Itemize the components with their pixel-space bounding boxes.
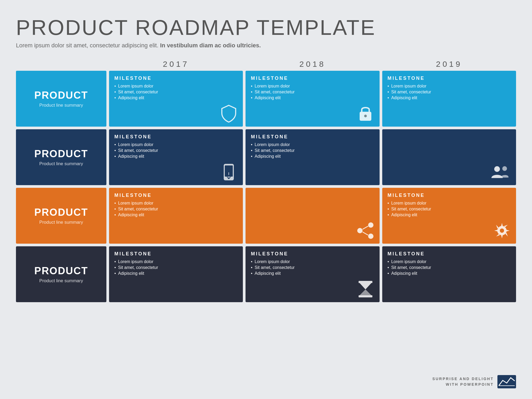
milestone-items-2-2: Lorem ipsum dolorSit amet, consecteturAd… [388, 201, 511, 218]
milestone-item: Lorem ipsum dolor [251, 259, 374, 264]
milestone-items-0-0: Lorem ipsum dolorSit amet, consecteturAd… [114, 84, 238, 101]
milestone-items-0-2: Lorem ipsum dolorSit amet, consecteturAd… [388, 84, 511, 101]
milestone-cell-1-1: MILESTONE Lorem ipsum dolorSit amet, con… [246, 129, 379, 185]
svg-point-8 [502, 166, 507, 171]
subtitle: Lorem ipsum dolor sit amet, consectetur … [16, 42, 516, 49]
milestone-item: Adipiscing elit [388, 271, 511, 276]
milestone-items-3-1: Lorem ipsum dolorSit amet, consecteturAd… [251, 259, 374, 277]
milestone-item: Lorem ipsum dolor [114, 259, 238, 264]
lock-icon [356, 104, 375, 123]
branding: SURPRISE AND DELIGHT WITH POWERPOINT [16, 370, 516, 388]
milestone-items-2-0: Lorem ipsum dolorSit amet, consecteturAd… [114, 201, 238, 218]
gear-icon [493, 221, 511, 240]
milestone-item: Sit amet, consectetur [114, 207, 238, 211]
milestone-items-3-0: Lorem ipsum dolorSit amet, consecteturAd… [114, 259, 238, 277]
milestone-item: Lorem ipsum dolor [114, 84, 238, 89]
milestone-item: Lorem ipsum dolor [251, 84, 374, 89]
product-cell-0: PRODUCT Product line summary [16, 71, 106, 127]
milestone-item: Adipiscing elit [251, 95, 374, 100]
milestone-cell-0-0: MILESTONE Lorem ipsum dolorSit amet, con… [109, 71, 243, 127]
branding-line2: WITH POWERPOINT [432, 382, 494, 387]
product-cell-1: PRODUCT Product line summary [16, 129, 106, 185]
milestone-title-1-1: MILESTONE [251, 134, 374, 140]
svg-rect-17 [359, 281, 372, 283]
people-icon [490, 163, 511, 181]
milestone-title-2-2: MILESTONE [388, 193, 511, 198]
milestone-item: Adipiscing elit [114, 213, 238, 217]
shield-icon [219, 104, 238, 123]
milestone-title-3-1: MILESTONE [251, 251, 374, 257]
product-summary-1: Product line summary [39, 161, 83, 167]
milestone-item: Adipiscing elit [114, 95, 238, 100]
milestone-cell-2-2: MILESTONE Lorem ipsum dolorSit amet, con… [382, 188, 516, 244]
roadmap-row-1: PRODUCT Product line summary MILESTONE L… [16, 129, 516, 185]
milestone-cell-0-1: MILESTONE Lorem ipsum dolorSit amet, con… [246, 71, 379, 127]
year-2019: 2019 [382, 60, 516, 69]
year-2017: 2017 [109, 60, 243, 69]
milestone-title-0-2: MILESTONE [388, 76, 511, 81]
svg-line-12 [363, 226, 368, 229]
milestone-item: Adipiscing elit [114, 154, 238, 159]
product-name-0: PRODUCT [34, 90, 88, 101]
milestone-item: Lorem ipsum dolor [251, 142, 374, 147]
milestone-item: Sit amet, consectetur [388, 90, 511, 94]
product-cell-3: PRODUCT Product line summary [16, 246, 106, 302]
milestone-item: Lorem ipsum dolor [388, 84, 511, 89]
milestone-cell-3-2: MILESTONE Lorem ipsum dolorSit amet, con… [382, 246, 516, 302]
milestone-cell-0-2: MILESTONE Lorem ipsum dolorSit amet, con… [382, 71, 516, 127]
svg-point-11 [368, 234, 373, 239]
milestone-item: Adipiscing elit [251, 271, 374, 276]
milestone-item: Adipiscing elit [251, 154, 374, 159]
page-title: PRODUCT ROADMAP TEMPLATE [16, 16, 516, 39]
subtitle-normal: Lorem ipsum dolor sit amet, consectetur … [16, 42, 160, 49]
milestone-item: Sit amet, consectetur [251, 90, 374, 94]
milestone-item: Sit amet, consectetur [114, 90, 238, 94]
milestone-items-3-2: Lorem ipsum dolorSit amet, consecteturAd… [388, 259, 511, 277]
svg-rect-19 [497, 375, 516, 388]
milestone-cell-2-1 [246, 188, 379, 244]
milestone-cell-1-2 [382, 129, 516, 185]
milestone-items-0-1: Lorem ipsum dolorSit amet, consecteturAd… [251, 84, 374, 101]
milestone-item: Sit amet, consectetur [388, 265, 511, 270]
milestone-title-2-0: MILESTONE [114, 193, 238, 198]
product-summary-0: Product line summary [39, 103, 83, 108]
milestone-title-3-2: MILESTONE [388, 251, 511, 257]
milestone-item: Lorem ipsum dolor [114, 201, 238, 206]
branding-logo [497, 375, 516, 388]
roadmap-grid: PRODUCT Product line summary MILESTONE L… [16, 71, 516, 302]
milestone-cell-3-0: MILESTONE Lorem ipsum dolorSit amet, con… [109, 246, 243, 302]
subtitle-bold: In vestibulum diam ac odio ultricies. [160, 42, 261, 49]
milestone-item: Lorem ipsum dolor [114, 142, 238, 147]
milestone-title-1-0: MILESTONE [114, 134, 238, 140]
product-cell-2: PRODUCT Product line summary [16, 188, 106, 244]
branding-line1: SURPRISE AND DELIGHT [432, 376, 494, 382]
roadmap-row-2: PRODUCT Product line summary MILESTONE L… [16, 188, 516, 244]
milestone-item: Sit amet, consectetur [251, 265, 374, 270]
milestone-item: Lorem ipsum dolor [388, 259, 511, 264]
phone-icon [219, 163, 238, 181]
svg-rect-18 [359, 295, 372, 297]
milestone-item: Adipiscing elit [388, 213, 511, 217]
product-name-2: PRODUCT [34, 207, 88, 218]
milestone-title-0-0: MILESTONE [114, 76, 238, 81]
roadmap-row-3: PRODUCT Product line summary MILESTONE L… [16, 246, 516, 302]
svg-line-13 [363, 232, 368, 235]
milestone-items-1-0: Lorem ipsum dolorSit amet, consecteturAd… [114, 142, 238, 160]
milestone-title-3-0: MILESTONE [114, 251, 238, 257]
svg-point-10 [357, 228, 363, 233]
milestone-item: Sit amet, consectetur [251, 148, 374, 153]
milestone-item: Sit amet, consectetur [114, 148, 238, 153]
svg-point-9 [368, 222, 373, 228]
milestone-title-0-1: MILESTONE [251, 76, 374, 81]
milestone-item: Sit amet, consectetur [114, 265, 238, 270]
hourglass-icon [356, 280, 375, 298]
svg-point-16 [500, 228, 504, 233]
milestone-cell-2-0: MILESTONE Lorem ipsum dolorSit amet, con… [109, 188, 243, 244]
share-icon [356, 221, 375, 240]
branding-text: SURPRISE AND DELIGHT WITH POWERPOINT [432, 376, 494, 387]
milestone-item: Lorem ipsum dolor [388, 201, 511, 206]
milestone-item: Sit amet, consectetur [388, 207, 511, 211]
milestone-item: Adipiscing elit [388, 95, 511, 100]
product-summary-2: Product line summary [39, 220, 83, 225]
product-name-1: PRODUCT [34, 148, 88, 160]
